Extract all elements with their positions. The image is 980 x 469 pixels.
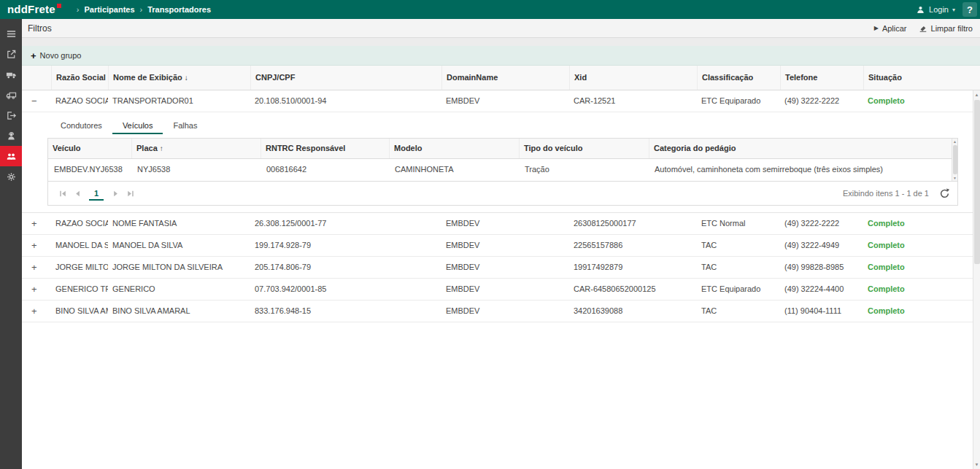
vehicle-row[interactable]: EMBDEV.NYJ6538 NYJ6538 006816642 CAMINHO… [48, 159, 957, 181]
col-rntrc-responsavel[interactable]: RNTRC Responsável [261, 139, 389, 158]
eraser-icon [919, 24, 927, 33]
cell-xid: CAR-12521 [569, 90, 697, 112]
col-label: CNPJ/CPF [255, 73, 295, 82]
cell-domainname: EMBDEV [441, 90, 569, 112]
scroll-up-icon[interactable]: ▲ [953, 139, 957, 144]
sidebar-item-trips[interactable] [0, 64, 22, 85]
cell-xid: CAR-64580652000125 [569, 279, 697, 300]
col-categoria-pedagio[interactable]: Categoria do pedágio [649, 139, 952, 158]
cell-cnpj-cpf: 833.176.948-15 [250, 301, 441, 322]
scrollbar-thumb[interactable] [953, 145, 957, 174]
col-tipo-veiculo[interactable]: Tipo do veículo [519, 139, 649, 158]
col-cnpj-cpf[interactable]: CNPJ/CPF [250, 66, 441, 90]
col-situacao[interactable]: Situação [863, 66, 973, 90]
cell-xid: 26308125000177 [569, 213, 697, 234]
cell-classificacao: TAC [697, 301, 780, 322]
col-label: Telefone [785, 73, 817, 82]
sidebar-item-exit[interactable] [0, 105, 22, 125]
col-telefone[interactable]: Telefone [780, 66, 863, 90]
col-nome-exibicao[interactable]: Nome de Exibição↓ [108, 66, 250, 90]
breadcrumb-participantes[interactable]: Participantes [84, 5, 134, 14]
scroll-down-icon[interactable]: ▼ [975, 460, 979, 469]
gear-icon [6, 171, 17, 182]
pager-page-1[interactable]: 1 [89, 187, 104, 201]
help-button[interactable]: ? [962, 2, 977, 17]
pager-first-button[interactable] [55, 186, 70, 201]
exit-icon [6, 110, 17, 121]
tab-veiculos[interactable]: Veículos [112, 117, 163, 134]
table-row[interactable]: − RAZAO SOCIAL S... TRANSPORTADOR01 20.1… [22, 90, 980, 112]
apply-label: Aplicar [882, 24, 907, 33]
export-document-icon [6, 49, 17, 60]
pager-next-button[interactable] [108, 186, 123, 201]
cell-placa: NYJ6538 [131, 159, 261, 181]
cell-rntrc: 006816642 [261, 159, 389, 181]
main-scrollbar[interactable]: ▲ ▼ [973, 90, 980, 469]
col-razao-social[interactable]: Razão Social [51, 66, 108, 90]
expand-row-button[interactable]: + [26, 235, 37, 256]
sidebar-item-operations[interactable] [0, 44, 22, 64]
tab-condutores[interactable]: Condutores [50, 117, 112, 134]
col-placa[interactable]: Placa↑ [131, 139, 261, 158]
table-row[interactable]: + MANOEL DA SILVA MANOEL DA SILVA 199.17… [22, 235, 980, 257]
grid-toolbar: + Novo grupo [22, 46, 980, 66]
expand-row-button[interactable]: + [26, 213, 37, 234]
cell-cnpj-cpf: 205.174.806-79 [250, 257, 441, 278]
col-label: Modelo [394, 144, 423, 152]
truck-icon [6, 69, 17, 80]
status-badge: Completo [863, 235, 980, 256]
scroll-down-icon[interactable]: ▼ [953, 175, 957, 181]
cell-telefone: (49) 3222-2222 [780, 213, 863, 234]
cell-razao-social: GENERICO TRAN... [51, 279, 108, 300]
app-logo[interactable]: nddFrete [7, 1, 61, 18]
expand-row-button[interactable]: + [26, 257, 37, 278]
pager-last-button[interactable] [123, 186, 137, 201]
cell-nome-exibicao: BINO SILVA AMARAL [108, 301, 250, 322]
detail-tabstrip: Condutores Veículos Falhas [47, 117, 958, 134]
collapse-row-button[interactable]: − [26, 90, 37, 112]
cell-classificacao: TAC [697, 257, 780, 278]
cell-cnpj-cpf: 20.108.510/0001-94 [250, 90, 441, 112]
col-classificacao[interactable]: Classificação [697, 66, 780, 90]
menu-icon [6, 28, 17, 39]
login-menu[interactable]: Login ▾ [916, 5, 955, 15]
sidebar-item-participants[interactable] [0, 146, 22, 166]
col-domainname[interactable]: DomainName [441, 66, 569, 90]
sidebar-item-operator[interactable] [0, 125, 22, 146]
col-veiculo[interactable]: Veículo [48, 139, 131, 158]
cell-modelo: CAMINHONETA [389, 159, 519, 181]
sidebar [0, 19, 22, 469]
breadcrumb-transportadores[interactable]: Transportadores [147, 5, 211, 14]
sidebar-menu-button[interactable] [0, 23, 22, 44]
scrollbar-thumb[interactable] [974, 100, 980, 264]
expand-row-button[interactable]: + [26, 279, 37, 300]
col-label: RNTRC Responsável [266, 144, 345, 152]
cell-classificacao: ETC Normal [697, 213, 780, 234]
apply-button[interactable]: ▶ Aplicar [874, 24, 907, 33]
col-label: Razão Social [56, 73, 106, 82]
transporters-grid: + Novo grupo Razão Social Nome de Exibiç… [22, 46, 980, 469]
cell-classificacao: ETC Equiparado [697, 279, 780, 300]
col-xid[interactable]: Xid [569, 66, 697, 90]
clear-filter-button[interactable]: Limpar filtro [919, 24, 973, 33]
expand-row-button[interactable]: + [26, 301, 37, 322]
refresh-button[interactable] [939, 188, 950, 199]
vehicles-scrollbar[interactable]: ▲ ▼ [952, 139, 957, 181]
scroll-up-icon[interactable]: ▲ [975, 90, 979, 99]
participants-group-icon [6, 151, 17, 162]
login-label: Login [929, 5, 949, 14]
table-row[interactable]: + RAZAO SOCIAL NOME FANTASIA 26.308.125/… [22, 213, 980, 235]
new-group-button[interactable]: + Novo grupo [31, 50, 81, 61]
table-row[interactable]: + GENERICO TRAN... GENERICO 07.703.942/0… [22, 279, 980, 301]
tab-falhas[interactable]: Falhas [163, 117, 207, 134]
sidebar-item-cargo[interactable] [0, 85, 22, 105]
topbar: nddFrete › Participantes › Transportador… [0, 0, 980, 19]
operator-headset-icon [6, 131, 17, 142]
col-modelo[interactable]: Modelo [389, 139, 519, 158]
sidebar-item-settings[interactable] [0, 166, 22, 187]
table-row[interactable]: + BINO SILVA AMA... BINO SILVA AMARAL 83… [22, 301, 980, 322]
breadcrumb: › Participantes › Transportadores [72, 5, 211, 14]
pager-prev-button[interactable] [70, 186, 85, 201]
table-row[interactable]: + JORGE MILTON ... JORGE MILTON DA SILVE… [22, 257, 980, 279]
cell-cnpj-cpf: 26.308.125/0001-77 [250, 213, 441, 234]
